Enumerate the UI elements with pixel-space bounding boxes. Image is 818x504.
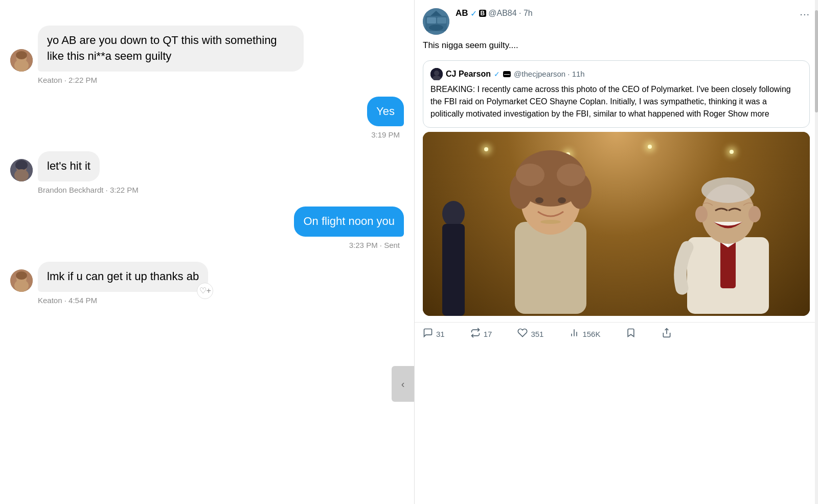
svg-rect-22 — [442, 224, 465, 316]
scrollbar[interactable] — [815, 0, 818, 504]
reply-count: 31 — [436, 330, 445, 338]
message-text: yo AB are you down to QT this with somet… — [47, 34, 277, 62]
tweet-author-name: AB — [456, 8, 468, 18]
share-action[interactable] — [662, 328, 672, 340]
tweet-photo — [423, 132, 810, 316]
message-bubble: let's hit it — [38, 151, 100, 181]
ceiling-light-4 — [730, 150, 734, 154]
svg-point-31 — [535, 197, 543, 203]
svg-point-10 — [16, 271, 27, 280]
svg-rect-23 — [515, 222, 586, 314]
views-count: 156K — [582, 330, 600, 338]
message-group-1: yo AB are you down to QT this with somet… — [10, 26, 404, 84]
tweet-text: This nigga seem guilty.... — [415, 39, 818, 56]
svg-point-42 — [748, 206, 761, 222]
message-meta: 3:19 PM — [10, 130, 400, 139]
message-bubble: yo AB are you down to QT this with somet… — [38, 26, 304, 72]
message-meta: Keaton · 2:22 PM — [38, 76, 404, 84]
svg-point-7 — [14, 169, 29, 181]
like-count: 351 — [531, 330, 543, 338]
message-group-3: let's hit it Brandon Beckhardt · 3:22 PM — [10, 151, 404, 194]
reaction-container: lmk if u can get it up thanks ab ♡+ — [38, 262, 208, 292]
svg-point-40 — [701, 177, 755, 203]
tweet-avatar — [423, 8, 449, 35]
svg-point-6 — [15, 160, 28, 170]
retweet-icon — [470, 328, 481, 340]
ceiling-light-1 — [484, 147, 488, 151]
reply-action[interactable]: 31 — [423, 328, 445, 340]
quoted-handle: @thecjpearson · 11h — [514, 70, 585, 78]
tweet-handle: @AB84 · 7h — [488, 9, 533, 18]
message-text: Yes — [376, 105, 395, 118]
message-group-2: Yes 3:19 PM — [10, 97, 404, 140]
scroll-handle[interactable]: ‹ — [392, 366, 414, 402]
quoted-verified-blue: ✓ — [494, 70, 500, 78]
like-icon — [517, 328, 528, 340]
message-bubble: On flight noon you — [294, 207, 404, 237]
message-bubble: lmk if u can get it up thanks ab — [38, 262, 208, 292]
message-row: Yes — [10, 97, 404, 127]
quoted-tweet[interactable]: CJ Pearson ✓ — @thecjpearson · 11h BREAK… — [423, 60, 810, 128]
message-group-4: On flight noon you 3:23 PM · Sent — [10, 207, 404, 249]
quoted-author-line: CJ Pearson ✓ — @thecjpearson · 11h — [430, 68, 802, 80]
background-person — [433, 193, 474, 316]
message-row: yo AB are you down to QT this with somet… — [10, 26, 404, 72]
views-icon — [569, 328, 579, 340]
tweet-author-line: AB ✓ B @AB84 · 7h — [456, 8, 810, 18]
svg-point-41 — [695, 206, 708, 222]
verified-blue-icon: ✓ — [470, 9, 477, 18]
svg-point-30 — [557, 164, 585, 186]
young-person — [489, 140, 612, 316]
tweet-actions: 31 17 351 — [415, 322, 818, 346]
retweet-count: 17 — [484, 330, 492, 338]
message-row: lmk if u can get it up thanks ab ♡+ — [10, 262, 404, 292]
svg-point-32 — [558, 197, 566, 203]
old-person — [672, 166, 784, 316]
scrollbar-thumb[interactable] — [815, 10, 818, 112]
quoted-avatar — [430, 68, 443, 80]
avatar — [10, 49, 33, 72]
message-text: let's hit it — [47, 159, 90, 172]
message-meta: Keaton · 4:54 PM — [38, 296, 404, 305]
message-row: let's hit it — [10, 151, 404, 181]
chevron-left-icon: ‹ — [401, 378, 405, 390]
svg-point-21 — [442, 201, 465, 226]
svg-point-16 — [429, 25, 443, 31]
avatar — [10, 269, 33, 292]
svg-rect-15 — [437, 17, 446, 24]
svg-point-29 — [516, 164, 544, 186]
views-action[interactable]: 156K — [569, 328, 600, 340]
ceiling-light-3 — [648, 145, 652, 149]
svg-point-11 — [14, 280, 29, 292]
quoted-author-name: CJ Pearson — [446, 70, 491, 79]
quoted-black-badge: — — [503, 71, 511, 77]
svg-point-33 — [540, 220, 561, 224]
quoted-text: BREAKING: I recently came across this ph… — [430, 83, 802, 120]
verified-black-badge: B — [479, 10, 487, 17]
message-row: On flight noon you — [10, 207, 404, 237]
svg-rect-14 — [427, 17, 436, 24]
message-text: lmk if u can get it up thanks ab — [47, 270, 199, 283]
tweet-header: AB ✓ B @AB84 · 7h ··· — [415, 0, 818, 39]
share-icon — [662, 328, 672, 340]
message-bubble: Yes — [367, 97, 404, 127]
avatar — [10, 159, 33, 181]
svg-point-2 — [16, 51, 27, 59]
comment-icon — [423, 328, 433, 340]
message-group-5: lmk if u can get it up thanks ab ♡+ Keat… — [10, 262, 404, 305]
bookmark-icon — [626, 328, 636, 340]
more-options-button[interactable]: ··· — [800, 8, 810, 20]
tweet-author-info: AB ✓ B @AB84 · 7h — [456, 8, 810, 18]
chat-panel: yo AB are you down to QT this with somet… — [0, 0, 414, 504]
like-action[interactable]: 351 — [517, 328, 543, 340]
retweet-action[interactable]: 17 — [470, 328, 492, 340]
message-text: On flight noon you — [303, 215, 395, 227]
svg-point-3 — [14, 59, 29, 72]
svg-point-19 — [434, 71, 439, 76]
message-meta: Brandon Beckhardt · 3:22 PM — [38, 186, 404, 194]
twitter-panel: AB ✓ B @AB84 · 7h ··· This nigga seem gu… — [414, 0, 818, 504]
message-meta: 3:23 PM · Sent — [10, 241, 400, 249]
reaction-icon[interactable]: ♡+ — [197, 283, 213, 299]
bookmark-action[interactable] — [626, 328, 636, 340]
